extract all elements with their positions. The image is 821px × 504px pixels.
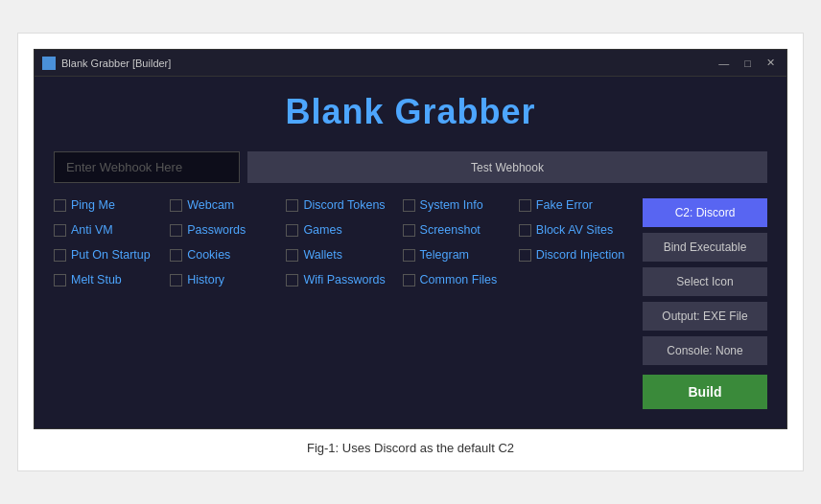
check-item-put_on_startup[interactable]: Put On Startup: [54, 248, 166, 262]
checkbox-label-melt_stub: Melt Stub: [71, 273, 122, 286]
check-item-common_files[interactable]: Common Files: [403, 273, 515, 286]
checkbox-label-ping_me: Ping Me: [71, 198, 115, 212]
check-item-ping_me[interactable]: Ping Me: [54, 198, 166, 212]
checkbox-label-cookies: Cookies: [187, 248, 230, 262]
console-button[interactable]: Console: None: [643, 336, 767, 365]
check-item-discord_injection[interactable]: Discord Injection: [519, 248, 631, 262]
maximize-button[interactable]: □: [740, 57, 755, 69]
check-item-games[interactable]: Games: [286, 223, 398, 237]
checkbox-fake_error[interactable]: [519, 199, 531, 212]
build-button[interactable]: Build: [643, 375, 767, 409]
check-item-wallets[interactable]: Wallets: [286, 248, 398, 262]
check-item-cookies[interactable]: Cookies: [170, 248, 282, 262]
app-title: Blank Grabber: [54, 92, 767, 132]
close-button[interactable]: ✕: [762, 57, 779, 69]
checkbox-screenshot[interactable]: [403, 224, 415, 237]
checkbox-label-system_info: System Info: [420, 198, 483, 212]
output-button[interactable]: Output: EXE File: [643, 302, 767, 331]
checkbox-label-put_on_startup: Put On Startup: [71, 248, 151, 262]
checkbox-history[interactable]: [170, 274, 182, 286]
check-item-discord_tokens[interactable]: Discord Tokens: [286, 198, 398, 212]
checkbox-discord_injection[interactable]: [519, 249, 531, 262]
checkbox-label-block_av_sites: Block AV Sites: [536, 223, 613, 237]
check-item-system_info[interactable]: System Info: [403, 198, 515, 212]
select-icon-button[interactable]: Select Icon: [643, 267, 767, 296]
checkbox-label-wifi_passwords: Wifi Passwords: [303, 273, 385, 286]
checkbox-label-fake_error: Fake Error: [536, 198, 593, 212]
title-bar-text: Blank Grabber [Builder]: [61, 57, 715, 69]
window-content: Blank Grabber Test Webhook Ping MeWebcam…: [35, 77, 786, 428]
checkbox-label-webcam: Webcam: [187, 198, 234, 212]
webhook-input[interactable]: [54, 151, 240, 183]
checkbox-system_info[interactable]: [403, 199, 415, 212]
figure-caption: Fig-1: Uses Discord as the default C2: [34, 441, 787, 455]
checkboxes-area: Ping MeWebcamDiscord TokensSystem InfoFa…: [54, 198, 631, 409]
checkbox-label-wallets: Wallets: [303, 248, 342, 262]
checkbox-webcam[interactable]: [170, 199, 182, 212]
check-item-webcam[interactable]: Webcam: [170, 198, 282, 212]
checkbox-anti_vm[interactable]: [54, 224, 66, 237]
checkbox-common_files[interactable]: [403, 274, 415, 286]
test-webhook-button[interactable]: Test Webhook: [247, 151, 767, 183]
check-item-telegram[interactable]: Telegram: [403, 248, 515, 262]
checkbox-telegram[interactable]: [403, 249, 415, 262]
options-area: Ping MeWebcamDiscord TokensSystem InfoFa…: [54, 198, 767, 409]
application-window: Blank Grabber [Builder] — □ ✕ Blank Grab…: [34, 49, 787, 429]
checkbox-label-discord_tokens: Discord Tokens: [303, 198, 385, 212]
check-item-melt_stub[interactable]: Melt Stub: [54, 273, 166, 286]
title-bar: Blank Grabber [Builder] — □ ✕: [35, 50, 786, 77]
minimize-button[interactable]: —: [715, 57, 733, 69]
checkbox-label-passwords: Passwords: [187, 223, 246, 237]
app-icon: [42, 57, 56, 70]
check-item-fake_error[interactable]: Fake Error: [519, 198, 631, 212]
outer-wrapper: Blank Grabber [Builder] — □ ✕ Blank Grab…: [17, 33, 804, 471]
check-item-history[interactable]: History: [170, 273, 282, 286]
checkbox-games[interactable]: [286, 224, 298, 237]
checkbox-melt_stub[interactable]: [54, 274, 66, 286]
webhook-row: Test Webhook: [54, 151, 767, 183]
checkbox-cookies[interactable]: [170, 249, 182, 262]
check-item-block_av_sites[interactable]: Block AV Sites: [519, 223, 631, 237]
check-item-passwords[interactable]: Passwords: [170, 223, 282, 237]
checkbox-label-telegram: Telegram: [420, 248, 469, 262]
checkbox-label-discord_injection: Discord Injection: [536, 248, 624, 262]
checkbox-discord_tokens[interactable]: [286, 199, 298, 212]
action-buttons: C2: Discord Bind Executable Select Icon …: [643, 198, 767, 409]
title-bar-controls: — □ ✕: [715, 57, 779, 69]
checkbox-put_on_startup[interactable]: [54, 249, 66, 262]
checkbox-label-games: Games: [303, 223, 341, 237]
checkbox-wallets[interactable]: [286, 249, 298, 262]
checkbox-passwords[interactable]: [170, 224, 182, 237]
checkbox-label-common_files: Common Files: [420, 273, 498, 286]
checkbox-block_av_sites[interactable]: [519, 224, 531, 237]
check-item-anti_vm[interactable]: Anti VM: [54, 223, 166, 237]
checkbox-label-screenshot: Screenshot: [420, 223, 481, 237]
c2-discord-button[interactable]: C2: Discord: [643, 198, 767, 227]
checkbox-ping_me[interactable]: [54, 199, 66, 212]
check-item-wifi_passwords[interactable]: Wifi Passwords: [286, 273, 398, 286]
svg-rect-0: [44, 58, 54, 68]
check-item-screenshot[interactable]: Screenshot: [403, 223, 515, 237]
checkbox-label-anti_vm: Anti VM: [71, 223, 113, 237]
checkbox-wifi_passwords[interactable]: [286, 274, 298, 286]
bind-executable-button[interactable]: Bind Executable: [643, 233, 767, 262]
checkbox-label-history: History: [187, 273, 224, 286]
